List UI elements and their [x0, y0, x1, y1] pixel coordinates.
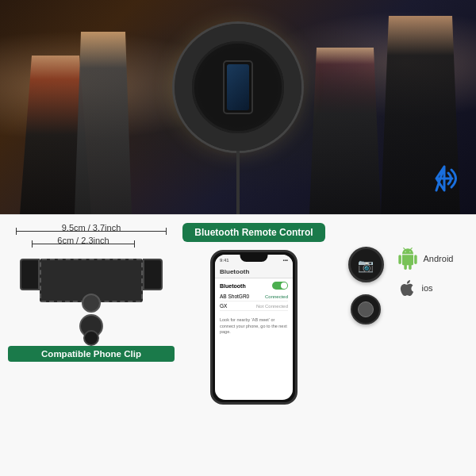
smartphone-mockup: 9:41 ▪▪▪ Bluetooth Bluetooth AB ShotGR0 … [210, 250, 298, 405]
compatible-badge: Compatible Phone Clip [8, 346, 175, 362]
phone-screen: 9:41 ▪▪▪ Bluetooth Bluetooth AB ShotGR0 … [215, 255, 293, 400]
phone-signal: ▪▪▪ [283, 258, 288, 263]
right-content: Android ios [348, 247, 454, 324]
bluetooth-waves-icon [420, 159, 460, 198]
clip-diagram [8, 259, 175, 338]
phone-bluetooth-section: Bluetooth AB ShotGR0 Connected GX Not Co… [215, 278, 293, 314]
remote-os-panel: Android ios [333, 223, 468, 468]
person-figure-3 [309, 48, 381, 214]
bt-toggle [272, 282, 288, 290]
ring-light [175, 24, 301, 151]
android-os-item: Android [396, 247, 454, 271]
bt-toggle-row: Bluetooth [220, 282, 288, 290]
product-photo-banner [0, 0, 476, 214]
android-label: Android [424, 254, 454, 263]
ios-os-item: ios [396, 277, 433, 299]
bt-device-status-2: Not Connected [256, 304, 288, 309]
bt-device-name-1: AB ShotGR0 [220, 294, 249, 299]
bt-device-name-2: GX [220, 303, 227, 309]
phone-description: Look for nearby 'AB meet' or connect you… [215, 314, 293, 339]
clip-body [20, 259, 163, 302]
dimension-outer-label: 9.5cm / 3.7inch [16, 223, 167, 232]
bluetooth-phone-panel: Bluetooth Remote Control 9:41 ▪▪▪ Blueto… [182, 223, 325, 468]
bt-section-title: Bluetooth [220, 283, 246, 289]
person-figure-2 [71, 32, 135, 214]
bt-device-row-2: GX Not Connected [220, 301, 288, 311]
phone-time: 9:41 [220, 258, 229, 263]
bluetooth-remote-label: Bluetooth Remote Control [182, 223, 325, 242]
clip-center-body [40, 259, 143, 302]
tripod-stand [236, 151, 240, 214]
phone-bluetooth-header: Bluetooth [215, 266, 293, 278]
remotes-column [348, 247, 384, 324]
bt-device-row-1: AB ShotGR0 Connected [220, 292, 288, 301]
clip-mount [79, 314, 103, 338]
remote-shutter-button [358, 301, 374, 317]
apple-icon [396, 277, 418, 299]
bluetooth-remote-top [348, 247, 384, 282]
clip-left-arm [20, 259, 40, 290]
dimension-inner-label: 6cm / 2.3inch [32, 236, 135, 245]
product-info-section: 9.5cm / 3.7inch 6cm / 2.3inch Compatible… [0, 214, 476, 476]
android-icon [396, 247, 420, 271]
bluetooth-remote-bottom [351, 294, 381, 324]
ios-label: ios [422, 283, 433, 293]
phone-in-ring [223, 60, 253, 114]
phone-notch [240, 252, 268, 262]
ring-light-inner [194, 44, 282, 131]
os-icons-list: Android ios [396, 247, 454, 299]
clip-right-arm [143, 259, 163, 290]
phone-clip-panel: 9.5cm / 3.7inch 6cm / 2.3inch Compatible… [8, 223, 175, 468]
bt-device-status-1: Connected [265, 294, 288, 299]
